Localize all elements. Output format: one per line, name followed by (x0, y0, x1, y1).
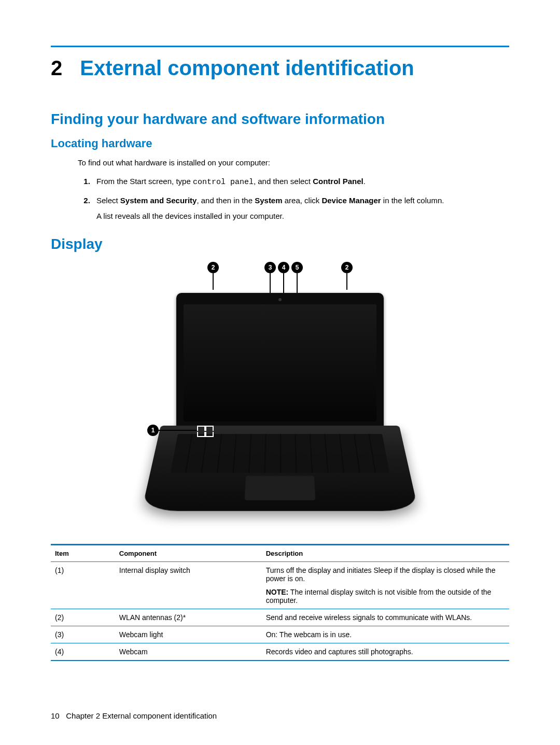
cell-component: Internal display switch (115, 562, 262, 609)
step1-text-pre: From the Start screen, type (96, 177, 193, 186)
callout-3: 3 (264, 262, 276, 273)
laptop-base (142, 426, 418, 511)
step1-text-mid: , and then select (254, 177, 313, 186)
desc-note: NOTE: The internal display switch is not… (266, 588, 505, 605)
page-number: 10 (51, 711, 60, 720)
table-row: (1) Internal display switch Turns off th… (51, 562, 509, 609)
th-component: Component (115, 545, 262, 562)
step2-b1: System and Security (120, 196, 197, 205)
callout-2-left: 2 (207, 262, 219, 273)
chapter-number: 2 (51, 57, 62, 80)
callout-5: 5 (291, 262, 303, 273)
step1-code: control panel (193, 178, 254, 187)
laptop-diagram: 2 3 4 5 2 1 (145, 262, 415, 531)
callout-5-line (297, 273, 298, 294)
th-description: Description (262, 545, 509, 562)
intro-text: To find out what hardware is installed o… (78, 158, 509, 168)
cell-description: Records video and captures still photogr… (262, 643, 509, 661)
step2-b2: System (255, 196, 282, 205)
cell-description: Send and receive wireless signals to com… (262, 609, 509, 626)
th-item: Item (51, 545, 115, 562)
step2-a: Select (96, 196, 120, 205)
section-heading-display: Display (51, 236, 509, 252)
steps-list: From the Start screen, type control pane… (78, 176, 509, 221)
step2-d: area, click (283, 196, 322, 205)
cell-item: (2) (51, 609, 115, 626)
step2-e: in the left column. (381, 196, 444, 205)
step-2: Select System and Security, and then in … (92, 195, 509, 222)
step-1: From the Start screen, type control pane… (92, 176, 509, 188)
switch-bracket-top (197, 426, 205, 431)
section-heading-hardware-info: Finding your hardware and software infor… (51, 111, 509, 128)
table-header-row: Item Component Description (51, 545, 509, 562)
touchpad (245, 476, 316, 500)
top-rule (51, 46, 509, 47)
step2-b3: Device Manager (321, 196, 381, 205)
cell-description: Turns off the display and initiates Slee… (262, 562, 509, 609)
chapter-title: External component identification (80, 57, 414, 80)
table-row: (4) Webcam Records video and captures st… (51, 643, 509, 661)
step2-c: , and then in the (197, 196, 255, 205)
step2-result: A list reveals all the devices installed… (96, 211, 509, 221)
laptop-lid (176, 293, 384, 428)
cell-description: On: The webcam is in use. (262, 626, 509, 643)
table-row: (2) WLAN antennas (2)* Send and receive … (51, 609, 509, 626)
component-table: Item Component Description (1) Internal … (51, 544, 509, 661)
cell-component: WLAN antennas (2)* (115, 609, 262, 626)
keyboard (171, 434, 389, 473)
switch-bracket-bot (197, 432, 205, 437)
cell-item: (3) (51, 626, 115, 643)
table-row: (3) Webcam light On: The webcam is in us… (51, 626, 509, 643)
step1-text-post: . (363, 177, 366, 186)
callout-4-line (283, 273, 284, 294)
step1-bold: Control Panel (313, 177, 363, 186)
callout-1: 1 (147, 425, 159, 436)
note-text: The internal display switch is not visib… (266, 588, 492, 605)
switch-bracket-bot2 (205, 432, 214, 437)
laptop-screen (184, 304, 376, 421)
switch-bracket-top2 (205, 426, 214, 431)
chapter-heading: 2 External component identification (51, 57, 509, 80)
callout-3-line (270, 273, 271, 294)
callout-2-left-line (213, 273, 214, 290)
note-label: NOTE: (266, 588, 289, 596)
page-footer: 10 Chapter 2 External component identifi… (51, 711, 217, 720)
subheading-locating-hardware: Locating hardware (51, 137, 509, 150)
callout-2-right-line (346, 273, 347, 290)
footer-chapter: Chapter 2 External component identificat… (66, 711, 217, 720)
desc-text: Turns off the display and initiates Slee… (266, 566, 496, 583)
webcam-dot (278, 298, 282, 301)
callout-1-line (159, 430, 197, 431)
cell-item: (1) (51, 562, 115, 609)
callout-2-right: 2 (341, 262, 353, 273)
cell-component: Webcam (115, 643, 262, 661)
cell-component: Webcam light (115, 626, 262, 643)
cell-item: (4) (51, 643, 115, 661)
callout-4: 4 (278, 262, 289, 273)
